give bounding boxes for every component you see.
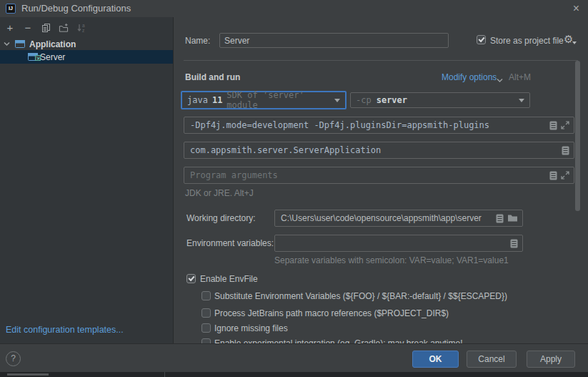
program-arguments-field xyxy=(184,167,574,184)
gear-glyph: ⚙ xyxy=(564,33,573,45)
modify-options-shortcut: Alt+M xyxy=(509,71,531,84)
browse-folder-icon[interactable] xyxy=(507,214,518,222)
name-label: Name: xyxy=(185,34,210,47)
envfile-option-row: Process JetBrains path macro references … xyxy=(174,308,588,319)
expand-list-icon[interactable] xyxy=(549,121,557,130)
process-path-macros-label: Process JetBrains path macro references … xyxy=(214,308,449,318)
name-input[interactable] xyxy=(219,33,449,48)
tree-item-label: Server xyxy=(40,52,65,62)
store-as-project-checkbox[interactable] xyxy=(477,35,486,44)
new-folder-icon[interactable] xyxy=(59,22,69,34)
cancel-button[interactable]: Cancel xyxy=(467,351,517,368)
gear-icon[interactable]: ⚙ xyxy=(564,34,573,45)
configurations-sidebar: + − a xyxy=(0,17,174,343)
svg-text:a: a xyxy=(82,23,85,28)
substitute-env-vars-label: Substitute Environment Variables (${FOO}… xyxy=(214,291,507,301)
enable-envfile-label: Enable EnvFile xyxy=(200,273,258,285)
ignore-missing-files-label: Ignore missing files xyxy=(214,323,288,333)
application-icon xyxy=(14,39,26,49)
dialog-title: Run/Debug Configurations xyxy=(21,0,131,17)
jre-version: 11 xyxy=(212,95,222,105)
add-configuration-icon[interactable]: + xyxy=(5,22,15,34)
ignore-missing-files-checkbox[interactable] xyxy=(201,323,211,333)
expand-list-icon[interactable] xyxy=(562,146,569,155)
jre-name: java xyxy=(187,95,208,105)
section-divider xyxy=(184,60,578,61)
sort-alphabetically-icon[interactable]: a z xyxy=(76,22,86,34)
copy-configuration-icon[interactable] xyxy=(41,22,51,34)
jre-note: SDK of 'server' module xyxy=(226,90,334,110)
process-path-macros-checkbox[interactable] xyxy=(201,308,211,318)
chevron-down-icon xyxy=(519,99,524,102)
chevron-down-icon[interactable] xyxy=(4,41,10,47)
chevron-down-icon[interactable] xyxy=(497,75,503,85)
environment-variables-field xyxy=(274,235,523,252)
working-directory-label: Working directory: xyxy=(186,212,255,225)
environment-variables-hint: Separate variables with semicolon: VAR=v… xyxy=(274,255,509,265)
experimental-integration-label: Enable experimental integration (eg. Gra… xyxy=(214,338,463,343)
chevron-down-icon xyxy=(334,99,340,102)
cp-value: server xyxy=(377,95,407,105)
run-debug-configurations-dialog: IJ Run/Debug Configurations × + − xyxy=(0,0,588,377)
sidebar-toolbar: + − a xyxy=(0,20,86,36)
background-window-strip xyxy=(0,372,588,377)
help-button[interactable]: ? xyxy=(6,351,21,366)
working-directory-field xyxy=(274,210,523,227)
classpath-combo[interactable]: -cp server xyxy=(350,92,530,108)
enable-envfile-checkbox[interactable] xyxy=(186,274,196,283)
application-run-icon xyxy=(27,52,39,62)
expand-field-icon[interactable] xyxy=(561,171,569,180)
close-icon[interactable]: × xyxy=(573,0,579,17)
tree-item-server[interactable]: Server xyxy=(0,50,173,64)
edit-templates-link[interactable]: Edit configuration templates... xyxy=(6,325,124,335)
cp-prefix: -cp xyxy=(356,95,372,105)
build-and-run-header: Build and run xyxy=(185,71,240,84)
expand-list-icon[interactable] xyxy=(549,171,557,180)
expand-list-icon[interactable] xyxy=(510,239,518,248)
background-window-artifact xyxy=(7,373,49,376)
titlebar: IJ Run/Debug Configurations × xyxy=(0,0,588,17)
run-badge-icon xyxy=(35,53,41,63)
vm-options-field xyxy=(184,117,574,134)
envfile-option-row: Substitute Environment Variables (${FOO}… xyxy=(174,291,588,302)
program-arguments-input[interactable] xyxy=(189,170,546,181)
envfile-option-row: Enable experimental integration (eg. Gra… xyxy=(174,338,588,343)
environment-variables-label: Environment variables: xyxy=(186,237,274,250)
vm-options-input[interactable] xyxy=(189,119,546,131)
expand-list-icon[interactable] xyxy=(496,214,504,223)
configuration-form: Name: Store as project file ⚙ Build and … xyxy=(174,17,588,343)
working-directory-input[interactable] xyxy=(279,212,492,224)
experimental-integration-checkbox[interactable] xyxy=(201,338,211,343)
intellij-logo-icon: IJ xyxy=(6,4,16,14)
remove-configuration-icon[interactable]: − xyxy=(23,22,33,34)
expand-field-icon[interactable] xyxy=(561,121,569,129)
tree-group-application[interactable]: Application xyxy=(0,37,173,51)
ok-button[interactable]: OK xyxy=(412,351,459,368)
background-window-divider xyxy=(164,372,165,377)
environment-variables-input[interactable] xyxy=(279,238,507,249)
scrollbar-thumb[interactable] xyxy=(575,61,580,211)
apply-button[interactable]: Apply xyxy=(527,351,575,368)
jre-combo[interactable]: java 11 SDK of 'server' module xyxy=(181,91,347,109)
substitute-env-vars-checkbox[interactable] xyxy=(201,291,211,300)
dialog-footer: ? OK Cancel Apply xyxy=(0,343,588,372)
svg-text:z: z xyxy=(82,28,84,33)
tree-group-label: Application xyxy=(29,39,76,49)
jre-hint: JDK or JRE. Alt+J xyxy=(185,188,254,198)
main-class-field xyxy=(184,142,574,159)
envfile-option-row: Ignore missing files xyxy=(174,323,588,334)
store-as-project-label: Store as project file xyxy=(490,34,564,47)
main-class-input[interactable] xyxy=(189,145,558,156)
modify-options-link[interactable]: Modify options xyxy=(442,71,497,84)
